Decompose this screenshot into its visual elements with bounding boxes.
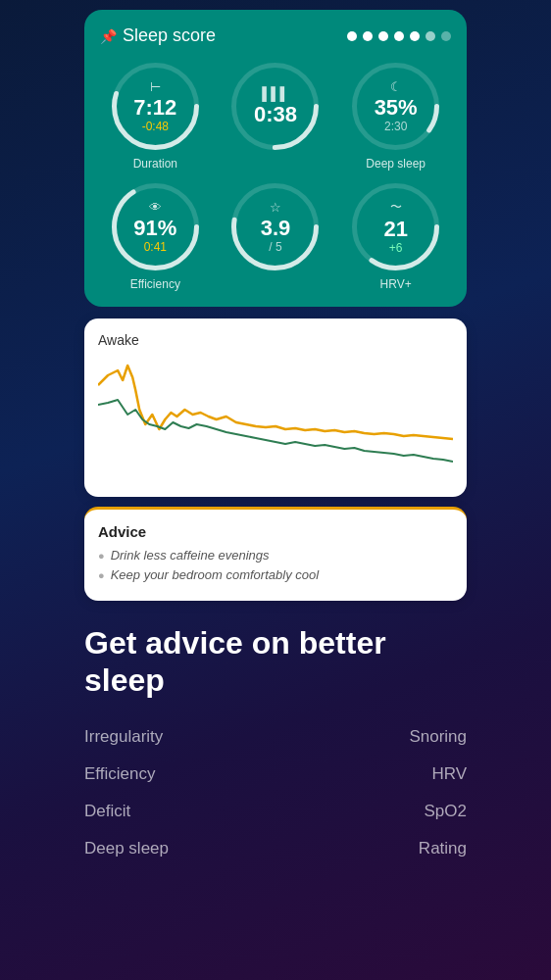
feature-hrv[interactable]: HRV bbox=[276, 764, 467, 784]
feature-irregularity[interactable]: Irregularity bbox=[84, 727, 276, 747]
hrv-circle: 〜 21 +6 bbox=[349, 180, 442, 273]
card-title: Sleep score bbox=[123, 25, 216, 46]
features-grid: Irregularity Snoring Efficiency HRV Defi… bbox=[84, 727, 467, 858]
advice-title: Advice bbox=[98, 523, 453, 540]
center-icon: ▌▌▌ bbox=[262, 86, 289, 101]
efficiency-sub: 0:41 bbox=[144, 240, 167, 254]
dot-1[interactable] bbox=[347, 31, 357, 41]
duration-icon: ⊢ bbox=[150, 79, 161, 94]
chart-label: Awake bbox=[98, 332, 453, 348]
deepsleep-value: 35% bbox=[375, 96, 418, 120]
metrics-grid: ⊢ 7:12 -0:48 Duration ▌▌▌ 0:38 bbox=[100, 60, 451, 291]
bullet-icon-1: ● bbox=[98, 550, 105, 562]
advice-item-1: ● Drink less caffeine evenings bbox=[98, 548, 453, 563]
center-value: 0:38 bbox=[254, 103, 297, 126]
pin-icon: 📌 bbox=[100, 28, 117, 44]
feature-deficit[interactable]: Deficit bbox=[84, 802, 276, 821]
metric-efficiency: 👁 91% 0:41 Efficiency bbox=[100, 180, 211, 291]
feature-spo2[interactable]: SpO2 bbox=[276, 802, 467, 821]
deepsleep-circle: ☾ 35% 2:30 bbox=[349, 60, 442, 153]
hrv-inner: 〜 21 +6 bbox=[383, 199, 407, 255]
advice-text-1: Drink less caffeine evenings bbox=[111, 548, 270, 563]
feature-deepsleep[interactable]: Deep sleep bbox=[84, 839, 276, 858]
dot-3[interactable] bbox=[378, 31, 388, 41]
advice-card: Advice ● Drink less caffeine evenings ● … bbox=[84, 507, 467, 601]
rating-sub: / 5 bbox=[269, 240, 281, 254]
rating-inner: ☆ 3.9 / 5 bbox=[261, 200, 291, 254]
metric-duration: ⊢ 7:12 -0:48 Duration bbox=[100, 60, 211, 171]
efficiency-label: Efficiency bbox=[130, 277, 180, 291]
deepsleep-icon: ☾ bbox=[390, 79, 402, 94]
feature-snoring[interactable]: Snoring bbox=[276, 727, 467, 747]
duration-value: 7:12 bbox=[133, 96, 176, 120]
dot-5[interactable] bbox=[410, 31, 420, 41]
dot-4[interactable] bbox=[394, 31, 404, 41]
headline: Get advice on better sleep bbox=[84, 624, 467, 700]
hrv-value: 21 bbox=[383, 218, 407, 241]
efficiency-circle: 👁 91% 0:41 bbox=[109, 180, 202, 273]
hrv-label: HRV+ bbox=[380, 277, 412, 291]
metric-center: ▌▌▌ 0:38 bbox=[221, 60, 331, 171]
duration-inner: ⊢ 7:12 -0:48 bbox=[133, 79, 176, 133]
deepsleep-label: Deep sleep bbox=[366, 157, 426, 171]
efficiency-inner: 👁 91% 0:41 bbox=[133, 200, 176, 254]
feature-rating[interactable]: Rating bbox=[276, 839, 467, 858]
card-title-row: 📌 Sleep score bbox=[100, 25, 216, 46]
metric-rating: ☆ 3.9 / 5 bbox=[221, 180, 331, 291]
dot-6[interactable] bbox=[426, 31, 435, 41]
center-inner: ▌▌▌ 0:38 bbox=[254, 86, 297, 126]
efficiency-icon: 👁 bbox=[149, 200, 162, 215]
rating-value: 3.9 bbox=[261, 217, 291, 240]
advice-text-2: Keep your bedroom comfortably cool bbox=[111, 567, 319, 582]
feature-efficiency[interactable]: Efficiency bbox=[84, 764, 276, 784]
duration-circle: ⊢ 7:12 -0:48 bbox=[109, 60, 202, 153]
deepsleep-inner: ☾ 35% 2:30 bbox=[375, 79, 418, 133]
sleep-score-card: 📌 Sleep score bbox=[84, 10, 467, 307]
metric-hrv: 〜 21 +6 HRV+ bbox=[340, 180, 451, 291]
awake-chart-card: Awake bbox=[84, 318, 467, 497]
duration-sub: -0:48 bbox=[142, 120, 169, 133]
center-circle: ▌▌▌ 0:38 bbox=[228, 60, 322, 153]
bullet-icon-2: ● bbox=[98, 569, 105, 581]
bottom-section: Get advice on better sleep Irregularity … bbox=[84, 601, 467, 858]
deepsleep-sub: 2:30 bbox=[384, 120, 407, 133]
rating-icon: ☆ bbox=[270, 200, 281, 215]
metric-deepsleep: ☾ 35% 2:30 Deep sleep bbox=[340, 60, 451, 171]
hrv-sub: +6 bbox=[389, 241, 403, 255]
card-header: 📌 Sleep score bbox=[100, 25, 451, 46]
hrv-icon: 〜 bbox=[390, 199, 402, 216]
duration-label: Duration bbox=[133, 157, 177, 171]
advice-item-2: ● Keep your bedroom comfortably cool bbox=[98, 567, 453, 582]
dot-2[interactable] bbox=[363, 31, 373, 41]
chart-area bbox=[98, 356, 453, 483]
dots-navigation[interactable] bbox=[347, 31, 451, 41]
rating-circle: ☆ 3.9 / 5 bbox=[228, 180, 322, 273]
dot-7[interactable] bbox=[441, 31, 451, 41]
efficiency-value: 91% bbox=[133, 217, 176, 240]
